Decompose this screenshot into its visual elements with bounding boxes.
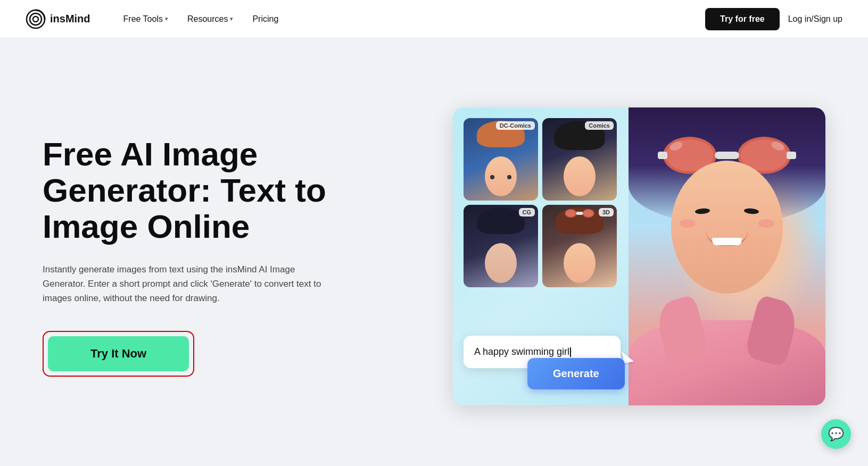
text-cursor: [570, 347, 571, 357]
generate-button[interactable]: Generate: [527, 358, 625, 389]
style-badge-3d: 3D: [599, 208, 614, 217]
try-it-now-button[interactable]: Try It Now: [48, 336, 189, 371]
hero-title: Free AI Image Generator: Text to Image O…: [43, 136, 373, 245]
hero-description: Instantly generate images from text usin…: [43, 262, 330, 306]
nav-resources[interactable]: Resources ▾: [180, 10, 241, 28]
logo-text: insMind: [50, 13, 90, 25]
nav-pricing[interactable]: Pricing: [245, 10, 286, 28]
svg-point-1: [30, 13, 42, 25]
grid-item-3d[interactable]: 3D: [542, 205, 617, 287]
chat-icon: 💬: [828, 427, 844, 442]
style-badge-comics: Comics: [585, 121, 614, 130]
hero-section: Free AI Image Generator: Text to Image O…: [0, 38, 868, 464]
nav-links: Free Tools ▾ Resources ▾ Pricing: [116, 10, 706, 28]
login-signup-button[interactable]: Log in/Sign up: [788, 14, 842, 24]
chat-widget-button[interactable]: 💬: [821, 419, 851, 449]
logo[interactable]: insMind: [26, 9, 90, 29]
style-badge-dc: DC-Comics: [496, 121, 535, 130]
nav-free-tools[interactable]: Free Tools ▾: [116, 10, 176, 28]
hero-left: Free AI Image Generator: Text to Image O…: [43, 136, 373, 377]
big-character-image: [629, 107, 825, 405]
try-for-free-button[interactable]: Try for free: [705, 8, 780, 30]
style-badge-cg: CG: [519, 208, 535, 217]
hero-right: DC-Comics Comics: [404, 107, 825, 405]
navbar: insMind Free Tools ▾ Resources ▾ Pricing…: [0, 0, 868, 38]
grid-item-dc-comics[interactable]: DC-Comics: [464, 118, 538, 201]
grid-item-comics[interactable]: Comics: [542, 118, 617, 201]
demo-widget: DC-Comics Comics: [453, 107, 825, 405]
chevron-down-icon: ▾: [230, 15, 233, 22]
chevron-down-icon: ▾: [165, 15, 168, 22]
prompt-text: A happy swimming girl: [474, 345, 610, 359]
try-now-button-wrapper: Try It Now: [43, 331, 194, 377]
svg-point-2: [33, 16, 38, 22]
grid-item-cg[interactable]: CG: [464, 205, 538, 287]
nav-actions: Try for free Log in/Sign up: [705, 8, 842, 30]
style-image-grid: DC-Comics Comics: [464, 118, 617, 287]
